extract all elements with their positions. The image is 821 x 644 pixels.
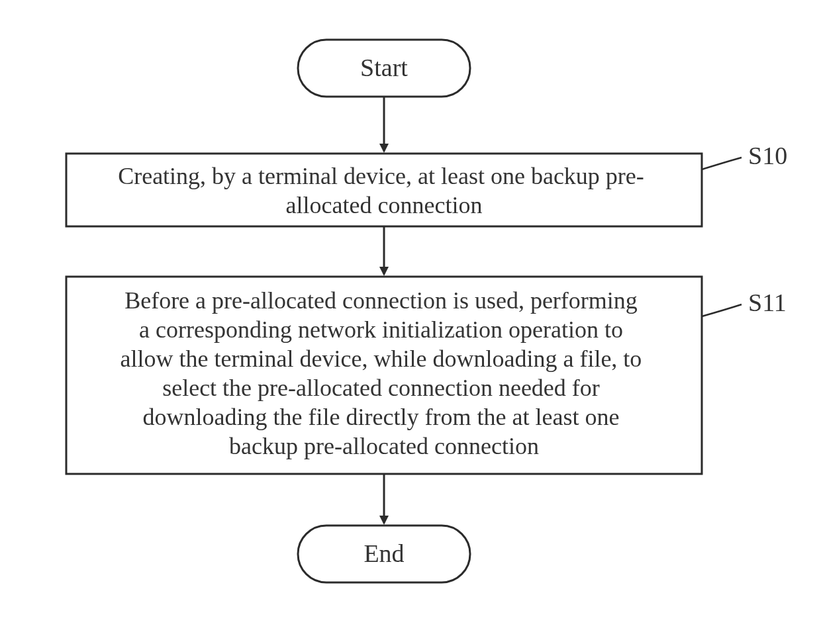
- step-s11-line2: a corresponding network initialization o…: [139, 316, 623, 343]
- step-s11: Before a pre-allocated connection is use…: [66, 277, 702, 474]
- end-label: End: [363, 539, 404, 567]
- start-label: Start: [360, 54, 408, 81]
- step-s11-line3: allow the terminal device, while downloa…: [121, 345, 642, 372]
- label-s10: S10: [748, 142, 787, 169]
- step-s10: Creating, by a terminal device, at least…: [66, 154, 702, 226]
- step-s10-line1: Creating, by a terminal device, at least…: [118, 163, 644, 189]
- end-node: End: [298, 526, 470, 582]
- step-s11-line4: select the pre-allocated connection need…: [162, 375, 600, 401]
- start-node: Start: [298, 40, 470, 97]
- label-s11: S11: [748, 289, 787, 316]
- step-s11-line5: downloading the file directly from the a…: [143, 404, 620, 430]
- step-s11-line1: Before a pre-allocated connection is use…: [124, 287, 638, 314]
- step-s11-line6: backup pre-allocated connection: [229, 433, 539, 459]
- callout-s11: S11: [702, 289, 787, 316]
- callout-s10: S10: [702, 142, 787, 169]
- step-s10-line2: allocated connection: [286, 192, 483, 218]
- flowchart-canvas: Start Creating, by a terminal device, at…: [0, 0, 821, 644]
